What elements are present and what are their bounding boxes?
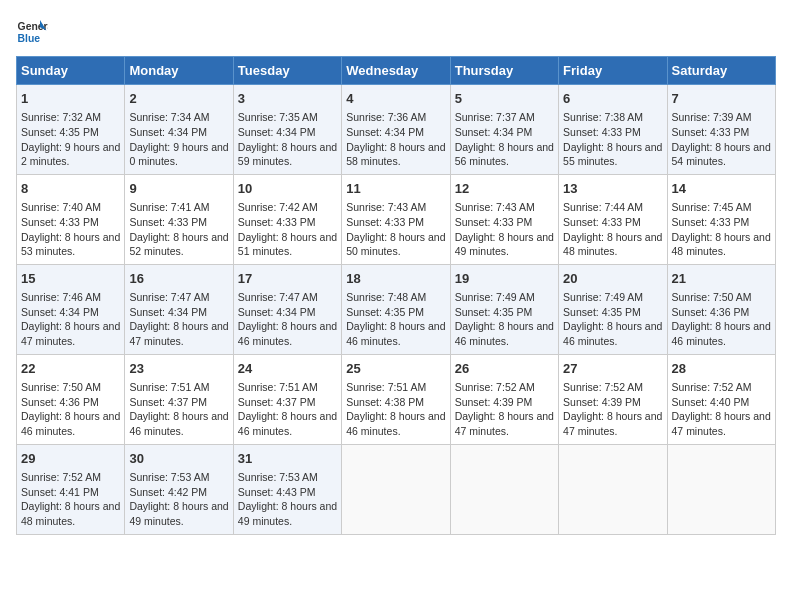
daylight-label: Daylight: 8 hours and 48 minutes. [21,500,120,527]
sunrise-label: Sunrise: 7:47 AM [129,291,209,303]
sunset-label: Sunset: 4:34 PM [346,126,424,138]
calendar-cell: 8 Sunrise: 7:40 AM Sunset: 4:33 PM Dayli… [17,174,125,264]
daylight-label: Daylight: 8 hours and 48 minutes. [672,231,771,258]
sunset-label: Sunset: 4:33 PM [238,216,316,228]
day-header-saturday: Saturday [667,57,775,85]
daylight-label: Daylight: 8 hours and 49 minutes. [129,500,228,527]
daylight-label: Daylight: 8 hours and 46 minutes. [129,410,228,437]
sunrise-label: Sunrise: 7:53 AM [129,471,209,483]
day-number: 27 [563,360,662,378]
sunrise-label: Sunrise: 7:43 AM [455,201,535,213]
sunrise-label: Sunrise: 7:49 AM [563,291,643,303]
sunrise-label: Sunrise: 7:52 AM [455,381,535,393]
sunset-label: Sunset: 4:33 PM [563,126,641,138]
day-number: 5 [455,90,554,108]
daylight-label: Daylight: 8 hours and 46 minutes. [238,320,337,347]
sunrise-label: Sunrise: 7:48 AM [346,291,426,303]
sunrise-label: Sunrise: 7:44 AM [563,201,643,213]
daylight-label: Daylight: 8 hours and 51 minutes. [238,231,337,258]
day-number: 17 [238,270,337,288]
daylight-label: Daylight: 9 hours and 0 minutes. [129,141,228,168]
daylight-label: Daylight: 8 hours and 59 minutes. [238,141,337,168]
day-number: 1 [21,90,120,108]
sunrise-label: Sunrise: 7:36 AM [346,111,426,123]
daylight-label: Daylight: 8 hours and 46 minutes. [346,320,445,347]
day-number: 12 [455,180,554,198]
daylight-label: Daylight: 8 hours and 53 minutes. [21,231,120,258]
calendar-cell: 24 Sunrise: 7:51 AM Sunset: 4:37 PM Dayl… [233,354,341,444]
day-number: 24 [238,360,337,378]
daylight-label: Daylight: 8 hours and 56 minutes. [455,141,554,168]
day-number: 9 [129,180,228,198]
daylight-label: Daylight: 9 hours and 2 minutes. [21,141,120,168]
sunset-label: Sunset: 4:37 PM [238,396,316,408]
sunrise-label: Sunrise: 7:51 AM [346,381,426,393]
calendar-cell: 25 Sunrise: 7:51 AM Sunset: 4:38 PM Dayl… [342,354,450,444]
day-header-sunday: Sunday [17,57,125,85]
daylight-label: Daylight: 8 hours and 58 minutes. [346,141,445,168]
calendar-cell [559,444,667,534]
day-number: 19 [455,270,554,288]
sunset-label: Sunset: 4:33 PM [672,126,750,138]
calendar-cell: 11 Sunrise: 7:43 AM Sunset: 4:33 PM Dayl… [342,174,450,264]
calendar-cell: 10 Sunrise: 7:42 AM Sunset: 4:33 PM Dayl… [233,174,341,264]
calendar-cell: 29 Sunrise: 7:52 AM Sunset: 4:41 PM Dayl… [17,444,125,534]
sunset-label: Sunset: 4:34 PM [129,126,207,138]
header: General Blue [16,16,776,48]
calendar-cell: 12 Sunrise: 7:43 AM Sunset: 4:33 PM Dayl… [450,174,558,264]
sunrise-label: Sunrise: 7:46 AM [21,291,101,303]
sunrise-label: Sunrise: 7:40 AM [21,201,101,213]
daylight-label: Daylight: 8 hours and 47 minutes. [455,410,554,437]
daylight-label: Daylight: 8 hours and 46 minutes. [563,320,662,347]
calendar-cell: 6 Sunrise: 7:38 AM Sunset: 4:33 PM Dayli… [559,85,667,175]
svg-text:Blue: Blue [18,33,41,44]
day-number: 18 [346,270,445,288]
sunset-label: Sunset: 4:33 PM [346,216,424,228]
calendar-cell: 5 Sunrise: 7:37 AM Sunset: 4:34 PM Dayli… [450,85,558,175]
sunrise-label: Sunrise: 7:50 AM [672,291,752,303]
sunset-label: Sunset: 4:35 PM [455,306,533,318]
sunrise-label: Sunrise: 7:39 AM [672,111,752,123]
sunset-label: Sunset: 4:42 PM [129,486,207,498]
sunrise-label: Sunrise: 7:52 AM [21,471,101,483]
calendar-cell: 28 Sunrise: 7:52 AM Sunset: 4:40 PM Dayl… [667,354,775,444]
sunset-label: Sunset: 4:34 PM [21,306,99,318]
day-number: 30 [129,450,228,468]
daylight-label: Daylight: 8 hours and 47 minutes. [672,410,771,437]
day-number: 4 [346,90,445,108]
day-number: 21 [672,270,771,288]
sunset-label: Sunset: 4:33 PM [21,216,99,228]
daylight-label: Daylight: 8 hours and 46 minutes. [672,320,771,347]
sunrise-label: Sunrise: 7:34 AM [129,111,209,123]
sunset-label: Sunset: 4:37 PM [129,396,207,408]
sunset-label: Sunset: 4:39 PM [455,396,533,408]
sunset-label: Sunset: 4:34 PM [238,306,316,318]
week-row-2: 8 Sunrise: 7:40 AM Sunset: 4:33 PM Dayli… [17,174,776,264]
day-number: 6 [563,90,662,108]
calendar-cell: 23 Sunrise: 7:51 AM Sunset: 4:37 PM Dayl… [125,354,233,444]
day-number: 16 [129,270,228,288]
sunrise-label: Sunrise: 7:51 AM [129,381,209,393]
calendar-cell: 27 Sunrise: 7:52 AM Sunset: 4:39 PM Dayl… [559,354,667,444]
day-number: 7 [672,90,771,108]
daylight-label: Daylight: 8 hours and 49 minutes. [455,231,554,258]
daylight-label: Daylight: 8 hours and 46 minutes. [346,410,445,437]
sunrise-label: Sunrise: 7:41 AM [129,201,209,213]
daylight-label: Daylight: 8 hours and 54 minutes. [672,141,771,168]
sunrise-label: Sunrise: 7:50 AM [21,381,101,393]
daylight-label: Daylight: 8 hours and 49 minutes. [238,500,337,527]
sunset-label: Sunset: 4:36 PM [21,396,99,408]
calendar-cell: 21 Sunrise: 7:50 AM Sunset: 4:36 PM Dayl… [667,264,775,354]
day-number: 2 [129,90,228,108]
sunset-label: Sunset: 4:34 PM [238,126,316,138]
day-number: 10 [238,180,337,198]
sunrise-label: Sunrise: 7:43 AM [346,201,426,213]
daylight-label: Daylight: 8 hours and 47 minutes. [21,320,120,347]
calendar-cell: 4 Sunrise: 7:36 AM Sunset: 4:34 PM Dayli… [342,85,450,175]
calendar-cell: 9 Sunrise: 7:41 AM Sunset: 4:33 PM Dayli… [125,174,233,264]
day-number: 14 [672,180,771,198]
sunrise-label: Sunrise: 7:51 AM [238,381,318,393]
daylight-label: Daylight: 8 hours and 50 minutes. [346,231,445,258]
daylight-label: Daylight: 8 hours and 46 minutes. [21,410,120,437]
day-header-thursday: Thursday [450,57,558,85]
